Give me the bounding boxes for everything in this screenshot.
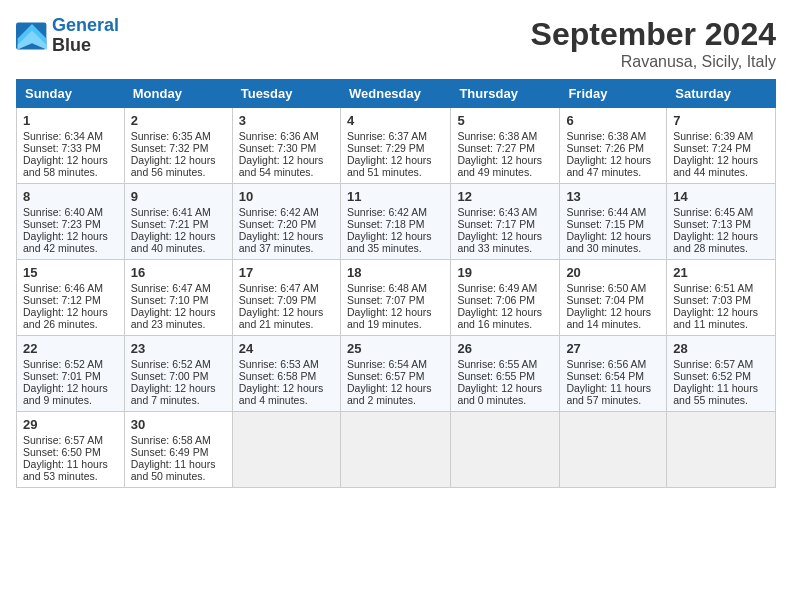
daylight-minutes: and 49 minutes.: [457, 166, 532, 178]
daylight-minutes: and 2 minutes.: [347, 394, 416, 406]
table-row: [451, 412, 560, 488]
table-row: 11Sunrise: 6:42 AMSunset: 7:18 PMDayligh…: [340, 184, 450, 260]
table-row: [560, 412, 667, 488]
daylight-minutes: and 7 minutes.: [131, 394, 200, 406]
daylight-hours: Daylight: 12 hours: [239, 230, 324, 242]
sunset-text: Sunset: 7:18 PM: [347, 218, 425, 230]
daylight-hours: Daylight: 11 hours: [566, 382, 651, 394]
daylight-hours: Daylight: 12 hours: [347, 154, 432, 166]
daylight-minutes: and 26 minutes.: [23, 318, 98, 330]
page-header: General Blue September 2024 Ravanusa, Si…: [16, 16, 776, 71]
table-row: 9Sunrise: 6:41 AMSunset: 7:21 PMDaylight…: [124, 184, 232, 260]
table-row: 17Sunrise: 6:47 AMSunset: 7:09 PMDayligh…: [232, 260, 340, 336]
table-row: 18Sunrise: 6:48 AMSunset: 7:07 PMDayligh…: [340, 260, 450, 336]
daylight-hours: Daylight: 11 hours: [131, 458, 216, 470]
sunrise-text: Sunrise: 6:52 AM: [23, 358, 103, 370]
daylight-minutes: and 50 minutes.: [131, 470, 206, 482]
table-row: 16Sunrise: 6:47 AMSunset: 7:10 PMDayligh…: [124, 260, 232, 336]
daylight-minutes: and 28 minutes.: [673, 242, 748, 254]
daylight-minutes: and 9 minutes.: [23, 394, 92, 406]
table-row: 2Sunrise: 6:35 AMSunset: 7:32 PMDaylight…: [124, 108, 232, 184]
daylight-hours: Daylight: 11 hours: [673, 382, 758, 394]
sunrise-text: Sunrise: 6:41 AM: [131, 206, 211, 218]
day-number: 16: [131, 265, 226, 280]
sunset-text: Sunset: 7:06 PM: [457, 294, 535, 306]
sunset-text: Sunset: 7:29 PM: [347, 142, 425, 154]
table-row: 5Sunrise: 6:38 AMSunset: 7:27 PMDaylight…: [451, 108, 560, 184]
table-row: 10Sunrise: 6:42 AMSunset: 7:20 PMDayligh…: [232, 184, 340, 260]
daylight-hours: Daylight: 12 hours: [131, 306, 216, 318]
daylight-minutes: and 35 minutes.: [347, 242, 422, 254]
daylight-hours: Daylight: 12 hours: [239, 382, 324, 394]
table-row: 21Sunrise: 6:51 AMSunset: 7:03 PMDayligh…: [667, 260, 776, 336]
sunset-text: Sunset: 7:03 PM: [673, 294, 751, 306]
daylight-hours: Daylight: 12 hours: [457, 154, 542, 166]
sunrise-text: Sunrise: 6:36 AM: [239, 130, 319, 142]
daylight-hours: Daylight: 12 hours: [457, 230, 542, 242]
col-sunday: Sunday: [17, 80, 125, 108]
calendar-week: 29Sunrise: 6:57 AMSunset: 6:50 PMDayligh…: [17, 412, 776, 488]
title-section: September 2024 Ravanusa, Sicily, Italy: [531, 16, 776, 71]
daylight-hours: Daylight: 12 hours: [347, 230, 432, 242]
daylight-hours: Daylight: 12 hours: [131, 154, 216, 166]
sunrise-text: Sunrise: 6:48 AM: [347, 282, 427, 294]
sunrise-text: Sunrise: 6:39 AM: [673, 130, 753, 142]
table-row: 14Sunrise: 6:45 AMSunset: 7:13 PMDayligh…: [667, 184, 776, 260]
month-title: September 2024: [531, 16, 776, 53]
daylight-minutes: and 47 minutes.: [566, 166, 641, 178]
logo: General Blue: [16, 16, 119, 56]
logo-text-line1: General: [52, 16, 119, 36]
table-row: 1Sunrise: 6:34 AMSunset: 7:33 PMDaylight…: [17, 108, 125, 184]
day-number: 18: [347, 265, 444, 280]
day-number: 19: [457, 265, 553, 280]
sunset-text: Sunset: 7:27 PM: [457, 142, 535, 154]
daylight-minutes: and 42 minutes.: [23, 242, 98, 254]
calendar-week: 1Sunrise: 6:34 AMSunset: 7:33 PMDaylight…: [17, 108, 776, 184]
day-number: 25: [347, 341, 444, 356]
day-number: 17: [239, 265, 334, 280]
table-row: 12Sunrise: 6:43 AMSunset: 7:17 PMDayligh…: [451, 184, 560, 260]
table-row: 15Sunrise: 6:46 AMSunset: 7:12 PMDayligh…: [17, 260, 125, 336]
daylight-hours: Daylight: 12 hours: [566, 230, 651, 242]
sunset-text: Sunset: 6:57 PM: [347, 370, 425, 382]
daylight-minutes: and 21 minutes.: [239, 318, 314, 330]
daylight-minutes: and 58 minutes.: [23, 166, 98, 178]
daylight-minutes: and 14 minutes.: [566, 318, 641, 330]
day-number: 26: [457, 341, 553, 356]
sunset-text: Sunset: 7:01 PM: [23, 370, 101, 382]
table-row: 26Sunrise: 6:55 AMSunset: 6:55 PMDayligh…: [451, 336, 560, 412]
daylight-hours: Daylight: 12 hours: [239, 154, 324, 166]
table-row: [667, 412, 776, 488]
sunset-text: Sunset: 7:33 PM: [23, 142, 101, 154]
sunset-text: Sunset: 7:17 PM: [457, 218, 535, 230]
sunset-text: Sunset: 6:58 PM: [239, 370, 317, 382]
sunrise-text: Sunrise: 6:55 AM: [457, 358, 537, 370]
table-row: 25Sunrise: 6:54 AMSunset: 6:57 PMDayligh…: [340, 336, 450, 412]
daylight-hours: Daylight: 12 hours: [457, 382, 542, 394]
day-number: 8: [23, 189, 118, 204]
day-number: 27: [566, 341, 660, 356]
sunrise-text: Sunrise: 6:45 AM: [673, 206, 753, 218]
col-wednesday: Wednesday: [340, 80, 450, 108]
sunrise-text: Sunrise: 6:49 AM: [457, 282, 537, 294]
daylight-minutes: and 19 minutes.: [347, 318, 422, 330]
day-number: 24: [239, 341, 334, 356]
daylight-hours: Daylight: 12 hours: [347, 382, 432, 394]
sunrise-text: Sunrise: 6:52 AM: [131, 358, 211, 370]
sunrise-text: Sunrise: 6:58 AM: [131, 434, 211, 446]
sunrise-text: Sunrise: 6:44 AM: [566, 206, 646, 218]
daylight-hours: Daylight: 12 hours: [131, 382, 216, 394]
table-row: 8Sunrise: 6:40 AMSunset: 7:23 PMDaylight…: [17, 184, 125, 260]
col-saturday: Saturday: [667, 80, 776, 108]
table-row: 23Sunrise: 6:52 AMSunset: 7:00 PMDayligh…: [124, 336, 232, 412]
table-row: 19Sunrise: 6:49 AMSunset: 7:06 PMDayligh…: [451, 260, 560, 336]
sunrise-text: Sunrise: 6:38 AM: [457, 130, 537, 142]
sunset-text: Sunset: 6:50 PM: [23, 446, 101, 458]
daylight-minutes: and 57 minutes.: [566, 394, 641, 406]
table-row: 20Sunrise: 6:50 AMSunset: 7:04 PMDayligh…: [560, 260, 667, 336]
sunset-text: Sunset: 7:30 PM: [239, 142, 317, 154]
daylight-minutes: and 53 minutes.: [23, 470, 98, 482]
table-row: 29Sunrise: 6:57 AMSunset: 6:50 PMDayligh…: [17, 412, 125, 488]
sunrise-text: Sunrise: 6:35 AM: [131, 130, 211, 142]
sunset-text: Sunset: 7:26 PM: [566, 142, 644, 154]
